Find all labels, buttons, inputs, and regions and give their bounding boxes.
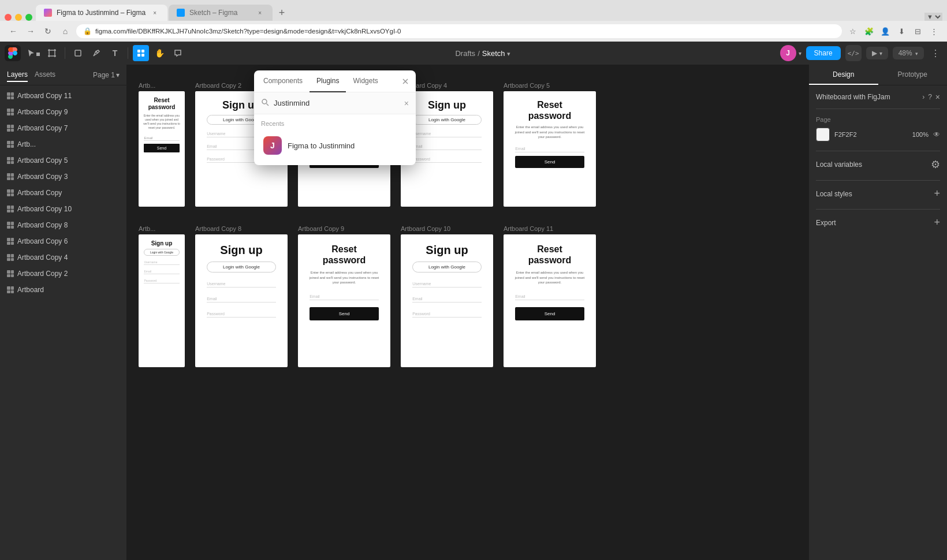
list-item[interactable]: Artboard Copy 7: [0, 120, 126, 136]
local-styles-add-button[interactable]: +: [934, 188, 940, 200]
layer-frame-icon: [7, 254, 14, 261]
tab-sketch[interactable]: Sketch – Figma ×: [169, 5, 273, 21]
left-panel-tabs: Layers Assets Page 1 ▾: [0, 65, 126, 85]
artboard-label-9: Artboard Copy 9: [298, 225, 390, 232]
plugin-tabs: Components Plugins Widgets: [254, 70, 416, 92]
list-item[interactable]: Artboard Copy 9: [0, 104, 126, 120]
svg-rect-10: [137, 50, 140, 53]
sidebar-toggle[interactable]: ⊟: [911, 25, 924, 38]
export-section: Export +: [816, 216, 940, 229]
svg-rect-0: [49, 50, 55, 56]
list-item[interactable]: Artboard Copy: [0, 185, 126, 201]
plugin-content: Recents J Figma to Justinmind: [254, 114, 416, 165]
text-tool[interactable]: T: [107, 45, 123, 61]
plugin-tab-widgets[interactable]: Widgets: [346, 70, 385, 92]
forward-button[interactable]: →: [24, 25, 37, 38]
tab-figma-justinmind[interactable]: Figma to Justinmind – Figma ×: [36, 5, 167, 21]
window-dropdown[interactable]: ▼: [924, 13, 942, 21]
artboard-copy9-container: Artboard Copy 9 Resetpassword Enter the …: [298, 225, 390, 367]
list-item[interactable]: Artboard Copy 3: [0, 169, 126, 185]
pen-tool[interactable]: [88, 45, 105, 61]
download-button[interactable]: ⬇: [895, 25, 908, 38]
figma-logo[interactable]: [5, 45, 21, 61]
page-color-swatch[interactable]: [816, 128, 830, 141]
tab-layers[interactable]: Layers: [7, 68, 28, 82]
artboard-signup-8[interactable]: Sign up Login with Google Username Email…: [195, 234, 288, 367]
share-button[interactable]: Share: [806, 46, 841, 60]
project-name[interactable]: Sketch ▾: [482, 49, 510, 58]
page-color-value[interactable]: F2F2F2: [834, 131, 901, 138]
more-options-button[interactable]: ⋮: [929, 46, 942, 61]
artboard-reset-9[interactable]: Resetpassword Enter the email address yo…: [298, 234, 390, 367]
whiteboard-info-icon[interactable]: ›: [922, 93, 924, 101]
extensions-button[interactable]: 🧩: [863, 25, 875, 38]
hand-tool[interactable]: ✋: [151, 45, 167, 61]
list-item[interactable]: Artboard Copy 4: [0, 249, 126, 266]
artboard-label-10: Artboard Copy 10: [401, 225, 493, 232]
plugin-item-justinmind[interactable]: J Figma to Justinmind: [261, 132, 409, 159]
list-item[interactable]: Artboard Copy 8: [0, 217, 126, 233]
zoom-button[interactable]: 48% ▾: [893, 47, 924, 59]
present-button[interactable]: ▶ ▾: [866, 47, 888, 59]
local-variables-settings-icon[interactable]: ⚙: [931, 158, 940, 171]
move-tool[interactable]: [25, 45, 42, 61]
close-traffic-light[interactable]: [5, 14, 12, 21]
comment-tool[interactable]: [170, 45, 186, 61]
profile-button[interactable]: 👤: [879, 25, 892, 38]
whiteboard-help-icon[interactable]: ?: [928, 93, 932, 101]
page-color-opacity[interactable]: 100%: [905, 131, 929, 138]
code-view-button[interactable]: </>: [845, 45, 862, 61]
list-item[interactable]: Artboard Copy 2: [0, 266, 126, 282]
plugin-panel-close[interactable]: [397, 73, 413, 89]
user-avatar[interactable]: J: [780, 45, 796, 61]
local-variables-header: Local variables ⚙: [816, 158, 940, 171]
bookmark-button[interactable]: ☆: [847, 25, 859, 38]
plugin-tab-plugins[interactable]: Plugins: [310, 70, 346, 92]
plugin-search-input[interactable]: [274, 99, 400, 107]
list-item[interactable]: Artboard: [0, 282, 126, 298]
minimize-traffic-light[interactable]: [15, 14, 22, 21]
tab-prototype[interactable]: Prototype: [878, 65, 948, 85]
export-add-button[interactable]: +: [934, 216, 940, 229]
artboard-copy5-container: Artboard Copy 5 Resetpassword Enter the …: [504, 82, 596, 207]
components-tool[interactable]: [133, 45, 149, 61]
artboard-partial-2[interactable]: Sign up Login with Google Username Email…: [139, 234, 185, 367]
list-item[interactable]: Artboard Copy 5: [0, 152, 126, 169]
reload-button[interactable]: ↻: [42, 25, 54, 38]
canvas-area[interactable]: Artb... Resetpassword Enter the email ad…: [127, 65, 808, 560]
visibility-toggle[interactable]: 👁: [933, 130, 940, 139]
new-tab-button[interactable]: +: [274, 5, 290, 21]
list-item[interactable]: Artb...: [0, 136, 126, 152]
breadcrumb-drafts[interactable]: Drafts: [455, 49, 475, 58]
plugin-panel: Components Plugins Widgets: [254, 70, 416, 165]
url-bar[interactable]: 🔒 figma.com/file/DBKffRKJKLJH7uNnoIc3mz/…: [76, 24, 842, 38]
list-item[interactable]: Artboard Copy 10: [0, 201, 126, 217]
layer-frame-icon: [7, 238, 14, 245]
figma-app: T ✋ Drafts / Sketch: [0, 42, 947, 560]
tab-close-2[interactable]: ×: [255, 8, 264, 17]
traffic-lights: [5, 14, 32, 21]
shape-tool[interactable]: [70, 45, 86, 61]
local-styles-section: Local styles +: [816, 188, 940, 200]
artboard-partial-1[interactable]: Resetpassword Enter the email address yo…: [139, 91, 185, 207]
artboard-reset-5[interactable]: Resetpassword Enter the email address yo…: [504, 91, 596, 207]
maximize-traffic-light[interactable]: [25, 14, 32, 21]
tab-close-1[interactable]: ×: [150, 8, 159, 17]
list-item[interactable]: Artboard Copy 6: [0, 233, 126, 249]
list-item[interactable]: Artboard Copy 11: [0, 88, 126, 104]
whiteboard-close-icon[interactable]: ×: [935, 92, 940, 102]
page-selector[interactable]: Page 1 ▾: [93, 71, 120, 79]
frame-tool[interactable]: [44, 45, 60, 61]
artboard-signup-10[interactable]: Sign up Login with Google Username Email…: [401, 234, 493, 367]
search-clear-button[interactable]: ×: [404, 99, 409, 108]
plugin-tab-components[interactable]: Components: [256, 70, 310, 92]
more-button[interactable]: ⋮: [927, 25, 940, 38]
avatar-dropdown[interactable]: ▾: [799, 50, 801, 57]
back-button[interactable]: ←: [7, 25, 20, 38]
artboard-reset-11[interactable]: Resetpassword Enter the email address yo…: [504, 234, 596, 367]
tab-design[interactable]: Design: [809, 65, 878, 85]
svg-rect-11: [141, 50, 144, 53]
home-button[interactable]: ⌂: [59, 25, 72, 38]
page-section: Page F2F2F2 100% 👁: [816, 116, 940, 141]
tab-assets[interactable]: Assets: [35, 68, 55, 82]
